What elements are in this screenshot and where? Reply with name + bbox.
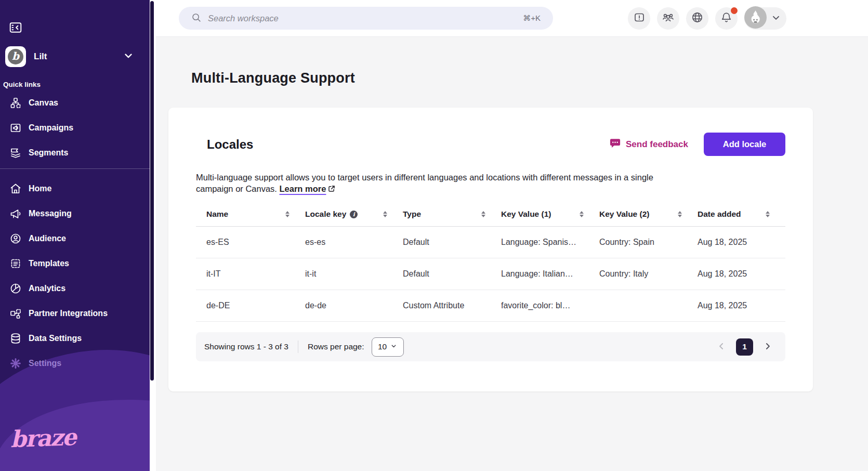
- search-icon: [191, 12, 201, 24]
- user-groups-button[interactable]: [657, 7, 679, 30]
- topbar-icons: [628, 7, 786, 30]
- gear-icon: [9, 357, 22, 370]
- person-circle-icon: [9, 232, 22, 245]
- notifications-button[interactable]: [715, 7, 738, 30]
- column-header-locale-key[interactable]: Locale keyi: [305, 210, 403, 219]
- workspace-name: Lilt: [34, 51, 47, 62]
- add-locale-button[interactable]: Add locale: [704, 133, 785, 156]
- column-label: Key Value (2): [599, 210, 650, 219]
- column-header-key-value-1[interactable]: Key Value (1): [501, 210, 599, 219]
- app-root: b Lilt Quick links Canvas Campaigns Segm…: [0, 0, 868, 471]
- cell-name: es-ES: [206, 238, 305, 247]
- collapse-sidebar-icon: [8, 28, 23, 36]
- cell-date-added: Aug 18, 2025: [698, 238, 785, 247]
- collapse-sidebar-button[interactable]: [8, 21, 23, 36]
- sidebar-item-partner-integrations[interactable]: Partner Integrations: [0, 301, 150, 326]
- cell-locale-key: de-de: [305, 301, 403, 310]
- column-header-type[interactable]: Type: [403, 210, 501, 219]
- cell-type: Custom Attribute: [403, 301, 501, 310]
- column-label: Date added: [698, 210, 741, 219]
- alert-bubble-icon: [633, 11, 646, 25]
- page-content: Multi-Language Support Locales Send feed…: [156, 37, 868, 391]
- sidebar-item-label: Audience: [29, 234, 66, 243]
- sidebar-item-label: Canvas: [29, 98, 58, 108]
- table-row: de-DE de-de Custom Attribute favorite_co…: [196, 290, 785, 322]
- column-header-date-added[interactable]: Date added: [698, 210, 785, 219]
- campaigns-icon: [9, 122, 22, 134]
- learn-more-link[interactable]: Learn more: [280, 184, 336, 193]
- sidebar-item-segments[interactable]: Segments: [0, 140, 150, 165]
- pagination: 1: [714, 338, 775, 356]
- sidebar-item-settings[interactable]: Settings: [0, 351, 150, 376]
- rows-per-page-value: 10: [378, 342, 387, 351]
- avatar: [744, 6, 767, 30]
- sidebar-item-messaging[interactable]: Messaging: [0, 201, 150, 226]
- chevron-left-icon: [716, 341, 727, 353]
- workspace-selector[interactable]: b Lilt: [5, 46, 140, 67]
- table-row: it-IT it-it Default Language: Italian… C…: [196, 258, 785, 290]
- page-title: Multi-Language Support: [191, 70, 868, 86]
- page-number-button[interactable]: 1: [736, 338, 753, 356]
- learn-more-label: Learn more: [280, 184, 326, 193]
- chevron-down-icon: [771, 12, 781, 24]
- description-text: Multi-language support allows you to tar…: [196, 173, 653, 193]
- sidebar-divider: [0, 168, 150, 169]
- send-feedback-button[interactable]: Send feedback: [609, 137, 688, 152]
- sidebar-item-label: Analytics: [29, 284, 65, 293]
- card-actions: Send feedback Add locale: [609, 133, 785, 156]
- sidebar-item-data-settings[interactable]: Data Settings: [0, 326, 150, 351]
- alerts-button[interactable]: [628, 7, 650, 30]
- integrations-icon: [9, 307, 22, 320]
- showing-rows-text: Showing rows 1 - 3 of 3: [204, 342, 288, 351]
- rows-per-page-select[interactable]: 10: [372, 337, 404, 357]
- column-header-name[interactable]: Name: [206, 210, 305, 219]
- cell-key-value-2: Country: Italy: [599, 269, 698, 279]
- previous-page-button[interactable]: [714, 339, 729, 355]
- cell-type: Default: [403, 238, 501, 247]
- topbar: Search workspace ⌘+K: [156, 0, 868, 37]
- cell-locale-key: es-es: [305, 238, 403, 247]
- feedback-bubble-icon: [609, 137, 621, 152]
- canvas-icon: [9, 97, 22, 109]
- notification-dot: [731, 7, 738, 14]
- user-menu-button[interactable]: [744, 7, 786, 30]
- chevron-right-icon: [762, 341, 773, 353]
- cell-date-added: Aug 18, 2025: [698, 301, 785, 310]
- column-label: Locale key: [305, 210, 346, 219]
- sidebar-item-label: Templates: [29, 259, 69, 268]
- search-placeholder: Search workspace: [208, 14, 279, 23]
- sidebar-resize-handle[interactable]: [150, 1, 154, 381]
- cell-type: Default: [403, 269, 501, 279]
- sidebar-item-analytics[interactable]: Analytics: [0, 276, 150, 301]
- sidebar-item-home[interactable]: Home: [0, 176, 150, 201]
- home-icon: [9, 182, 22, 195]
- cell-locale-key: it-it: [305, 269, 403, 279]
- sidebar-item-campaigns[interactable]: Campaigns: [0, 115, 150, 140]
- search-input[interactable]: Search workspace ⌘+K: [179, 7, 553, 30]
- sort-icon: [285, 211, 290, 217]
- language-button[interactable]: [686, 7, 708, 30]
- sidebar-item-label: Data Settings: [29, 334, 82, 343]
- bell-icon: [720, 11, 733, 25]
- sidebar-item-label: Messaging: [29, 209, 72, 218]
- sidebar-item-canvas[interactable]: Canvas: [0, 90, 150, 115]
- globe-icon: [691, 11, 704, 25]
- templates-icon: [9, 257, 22, 270]
- segments-icon: [9, 147, 22, 159]
- sidebar: b Lilt Quick links Canvas Campaigns Segm…: [0, 0, 150, 471]
- next-page-button[interactable]: [760, 339, 775, 355]
- sidebar-item-audience[interactable]: Audience: [0, 226, 150, 251]
- info-icon[interactable]: i: [350, 211, 358, 218]
- column-header-key-value-2[interactable]: Key Value (2): [599, 210, 698, 219]
- sort-icon: [678, 211, 682, 217]
- sidebar-item-templates[interactable]: Templates: [0, 251, 150, 276]
- cell-name: de-DE: [206, 301, 305, 310]
- sidebar-item-label: Campaigns: [29, 123, 73, 133]
- quick-links-heading: Quick links: [3, 81, 150, 88]
- pie-chart-icon: [9, 282, 22, 295]
- cell-key-value-2: Country: Spain: [599, 238, 698, 247]
- external-link-icon: [328, 185, 335, 194]
- column-label: Key Value (1): [501, 210, 551, 219]
- search-shortcut-hint: ⌘+K: [523, 14, 541, 23]
- card-header: Locales Send feedback Add locale: [196, 133, 785, 156]
